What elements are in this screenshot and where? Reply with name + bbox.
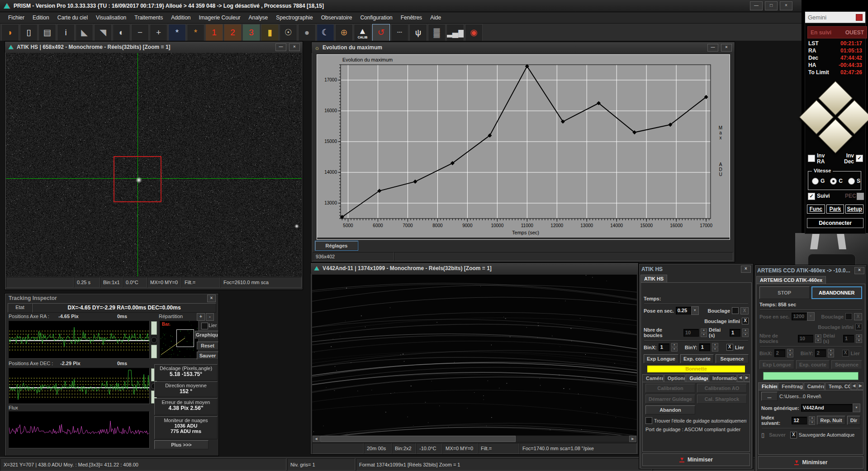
exp-longue-button[interactable]: Exp Longue xyxy=(759,360,794,369)
enlarge-icon[interactable]: ◥ xyxy=(94,24,112,41)
deep-sky-image-icon[interactable]: * xyxy=(168,24,186,41)
cal-sharplock-button[interactable]: Cal. Sharplock xyxy=(697,395,747,404)
close-button[interactable] xyxy=(856,14,863,21)
plus-button[interactable]: Plus >>> xyxy=(154,440,209,449)
save-icon[interactable]: ▯ xyxy=(20,24,38,41)
dark-frame-icon[interactable]: ▓ xyxy=(428,24,446,41)
levels-minus-icon[interactable]: − xyxy=(131,24,149,41)
pec-checkbox[interactable] xyxy=(857,193,864,200)
speed-radio[interactable] xyxy=(830,178,837,185)
night-sky-icon[interactable]: ☾ xyxy=(317,24,334,41)
delai-input[interactable]: 1 xyxy=(843,335,854,343)
browse-button[interactable]: ... xyxy=(761,392,778,401)
guide-star-image[interactable] xyxy=(6,53,302,276)
calibration-ao-button[interactable]: Calibration AO xyxy=(697,384,747,393)
tab-artemis[interactable]: ARTEMIS CCD ATIK-460ex xyxy=(756,276,826,284)
chart-window-titlebar[interactable]: ☼ Evolution du maximum — × xyxy=(312,42,735,53)
menu-carte-du-ciel[interactable]: Carte du ciel xyxy=(54,13,91,22)
bouclage-checkbox[interactable] xyxy=(732,307,739,314)
combo-arrow-icon[interactable]: ▼ xyxy=(691,306,699,315)
bouclage-infini-checkbox[interactable] xyxy=(742,318,749,324)
biny-input[interactable]: 1 xyxy=(699,343,710,351)
comet-icon[interactable]: ● xyxy=(298,24,316,41)
v442-sky-image[interactable] xyxy=(312,275,637,435)
exp-courte-button[interactable]: Exp. courte xyxy=(680,354,714,363)
park-button[interactable]: Park xyxy=(826,205,844,214)
zoom-plus-button[interactable]: + xyxy=(197,313,205,321)
menu-imagerie-couleur[interactable]: Imagerie Couleur xyxy=(195,13,244,22)
tab-atik-hs[interactable]: ATIK HS xyxy=(640,275,667,282)
v442-window-titlebar[interactable]: V442And-11 | 1374x1099 - Monochrome - Ré… xyxy=(311,263,638,274)
delai-input[interactable]: 1 xyxy=(730,329,740,337)
tab-information[interactable]: Information xyxy=(709,374,737,382)
contrast-icon[interactable]: ◐ xyxy=(113,24,130,41)
biny-input[interactable]: 2 xyxy=(815,349,826,357)
focuser-fan-icon[interactable]: * xyxy=(187,24,204,41)
speed-option-s[interactable]: S xyxy=(848,178,860,185)
bouclage-stop-button[interactable]: X xyxy=(854,313,862,320)
abandon-button[interactable]: Abandon xyxy=(645,405,695,414)
print-icon[interactable]: ▤ xyxy=(38,24,56,41)
nbre-spinner[interactable] xyxy=(815,334,821,343)
lier-checkbox[interactable] xyxy=(201,323,208,329)
sequence-button[interactable]: Sequence xyxy=(831,360,862,369)
binx-input[interactable]: 2 xyxy=(774,349,785,357)
setup-button[interactable]: Setup xyxy=(845,205,863,214)
camera-2-icon[interactable]: 2 xyxy=(224,24,242,41)
tab-options[interactable]: Options xyxy=(664,374,686,382)
minimiser-button[interactable]: ▼ Minimiser xyxy=(758,456,863,469)
nom-generique-value[interactable]: V442And xyxy=(801,404,853,412)
func-button[interactable]: Func xyxy=(807,205,825,214)
minimize-button[interactable]: — xyxy=(707,44,718,52)
capture-icon[interactable]: ◉ xyxy=(465,24,483,41)
binx-spinner[interactable] xyxy=(671,343,678,352)
combo-arrow-icon[interactable]: ▼ xyxy=(853,404,860,412)
menu-spectrographie[interactable]: Spectrographie xyxy=(272,13,316,22)
menu-fichier[interactable]: Fichier xyxy=(5,13,28,22)
sauvegarde-auto-checkbox[interactable] xyxy=(790,432,797,438)
tab-guidage[interactable]: Guidage xyxy=(686,374,708,382)
bouclage-checkbox[interactable] xyxy=(845,313,852,320)
close-button[interactable]: × xyxy=(721,44,732,52)
biny-spinner[interactable] xyxy=(828,349,834,357)
sync-icon[interactable]: ↺ xyxy=(372,24,390,41)
gemini-titlebar[interactable]: Gemini xyxy=(805,12,865,23)
open-image-icon[interactable]: ◗ xyxy=(1,24,19,41)
biny-spinner[interactable] xyxy=(712,343,718,352)
tab-fenetrage[interactable]: Fenêtrage xyxy=(778,382,803,390)
camera-1-icon[interactable]: 1 xyxy=(205,24,223,41)
binx-spinner[interactable] xyxy=(787,349,793,357)
levels-plus-icon[interactable]: + xyxy=(150,24,167,41)
tab-scroll-left-icon[interactable]: ◀ xyxy=(851,382,857,390)
exp-courte-button[interactable]: Exp. courte xyxy=(796,360,830,369)
speed-radio[interactable] xyxy=(848,178,855,185)
menu-fenetres[interactable]: Fenêtres xyxy=(397,13,426,22)
reset-button[interactable]: Reset xyxy=(197,342,218,350)
minimize-button[interactable]: — xyxy=(275,43,286,51)
sauver-button[interactable]: Sauver xyxy=(197,352,218,360)
main-title-bar[interactable]: PRISM - Version Pro 10.3.33.333 {TU : 16… xyxy=(0,0,802,12)
nbre-spinner[interactable] xyxy=(701,328,707,337)
speed-option-c[interactable]: C xyxy=(830,178,843,185)
close-button[interactable]: × xyxy=(207,295,216,302)
bouclage-stop-button[interactable]: X xyxy=(740,307,749,314)
lier-checkbox[interactable] xyxy=(842,350,849,357)
menu-traitements[interactable]: Traitements xyxy=(131,13,166,22)
sauver-button[interactable]: Sauver xyxy=(766,431,788,439)
nom-generique-combobox[interactable]: V442And▼ xyxy=(801,404,860,412)
menu-visualisation[interactable]: Visualisation xyxy=(92,13,130,22)
inv-ra-checkbox[interactable] xyxy=(808,155,815,162)
tab-scroll-right-icon[interactable]: ▶ xyxy=(744,374,750,382)
menu-configuration[interactable]: Configuration xyxy=(356,13,396,22)
close-button[interactable]: × xyxy=(289,43,300,51)
menu-analyse[interactable]: Analyse xyxy=(245,13,272,22)
tab-fichier[interactable]: Fichier xyxy=(758,382,778,390)
atik-window-titlebar[interactable]: ATIK HS | 658x492 - Monochrome - Réels(3… xyxy=(5,42,303,52)
camera-3-icon[interactable]: 3 xyxy=(242,24,260,41)
calib-icon[interactable]: ▲CALIB xyxy=(354,24,371,41)
graphiques-button[interactable]: Graphiques xyxy=(195,331,218,339)
menu-edition[interactable]: Edition xyxy=(29,13,53,22)
binx-input[interactable]: 1 xyxy=(659,343,669,351)
reduce-icon[interactable]: ◣ xyxy=(76,24,93,41)
sequence-button[interactable]: Sequence xyxy=(716,354,749,363)
